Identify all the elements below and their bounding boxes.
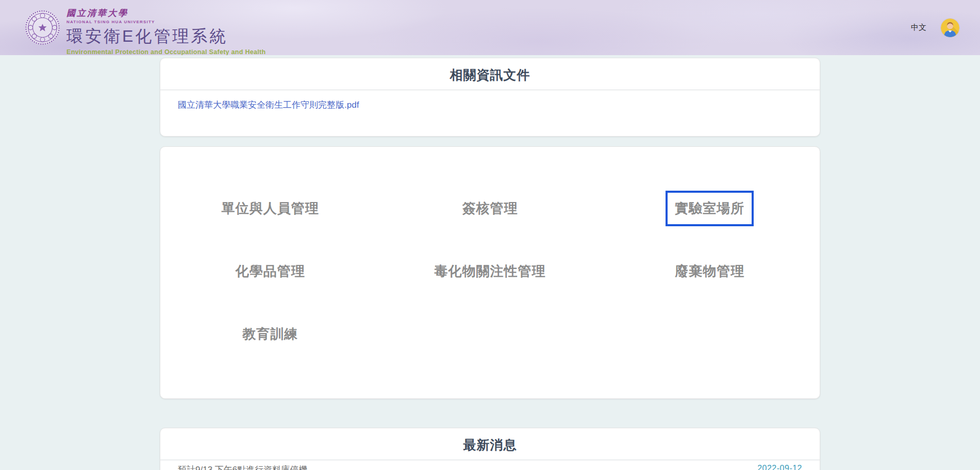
university-name-en: NATIONAL TSING HUA UNIVERSITY — [67, 20, 266, 24]
menu-item-chemicals[interactable]: 化學品管理 — [226, 254, 314, 289]
header-actions: 中文 — [911, 0, 959, 55]
news-card: 最新消息 預計9/13 下午6點進行資料庫停機 2022-09-12 — [160, 428, 820, 470]
news-list-item[interactable]: 預計9/13 下午6點進行資料庫停機 2022-09-12 — [160, 460, 820, 470]
documents-card-title: 相關資訊文件 — [160, 58, 820, 83]
main-menu-card: 單位與人員管理 簽核管理 實驗室場所 化學品管理 毒化物關注性管理 廢棄物管理 … — [160, 146, 820, 399]
documents-card: 相關資訊文件 國立清華大學職業安全衛生工作守則完整版.pdf — [160, 58, 820, 137]
menu-item-laboratory[interactable]: 實驗室場所 — [666, 191, 754, 226]
pdf-document-link[interactable]: 國立清華大學職業安全衛生工作守則完整版.pdf — [178, 99, 359, 111]
news-item-text[interactable]: 預計9/13 下午6點進行資料庫停機 — [178, 464, 307, 470]
news-card-title: 最新消息 — [160, 428, 820, 454]
system-subtitle: Environmental Protection and Occupationa… — [67, 48, 266, 55]
menu-item-approval[interactable]: 簽核管理 — [453, 191, 527, 226]
app-header: 國立清華大學 NATIONAL TSING HUA UNIVERSITY 環安衛… — [0, 0, 980, 55]
menu-item-toxic-substances[interactable]: 毒化物關注性管理 — [425, 254, 555, 289]
menu-item-training[interactable]: 教育訓練 — [233, 316, 307, 352]
nthu-seal-icon — [24, 9, 61, 46]
university-name-zh: 國立清華大學 — [67, 7, 266, 19]
user-avatar-icon — [941, 19, 959, 37]
brand-logo-group[interactable]: 國立清華大學 NATIONAL TSING HUA UNIVERSITY 環安衛… — [24, 7, 266, 55]
system-title: 環安衛E化管理系統 — [67, 25, 266, 48]
brand-text: 國立清華大學 NATIONAL TSING HUA UNIVERSITY 環安衛… — [67, 7, 266, 55]
user-avatar[interactable] — [941, 19, 959, 37]
main-menu-grid: 單位與人員管理 簽核管理 實驗室場所 化學品管理 毒化物關注性管理 廢棄物管理 … — [160, 147, 820, 365]
news-item-date: 2022-09-12 — [757, 464, 802, 470]
menu-item-waste[interactable]: 廢棄物管理 — [666, 254, 754, 289]
language-switcher[interactable]: 中文 — [911, 23, 926, 32]
divider — [160, 90, 820, 90]
menu-item-unit-personnel[interactable]: 單位與人員管理 — [212, 191, 328, 226]
